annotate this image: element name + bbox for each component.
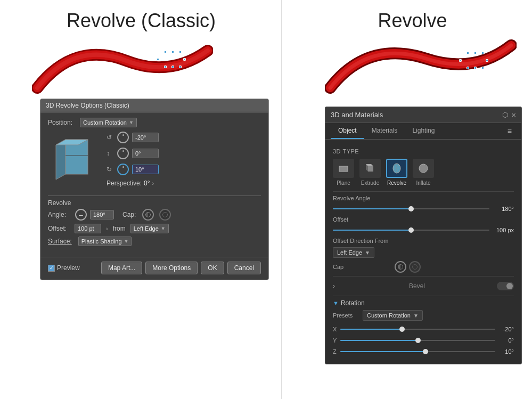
z-axis-row: ↻ 10° (107, 164, 261, 175)
preview-checkbox-label: ✓ Preview (48, 264, 80, 272)
cancel-button[interactable]: Cancel (227, 262, 261, 274)
from-dropdown[interactable]: Left Edge ▼ (130, 224, 169, 233)
x-axis-icon: ↺ (107, 134, 115, 141)
y-axis-icon: ↕ (107, 150, 115, 157)
y-dial-dot (122, 150, 124, 152)
classic-dialog: 3D Revolve Options (Classic) Position: C… (40, 99, 269, 280)
left-shape-svg (32, 35, 213, 104)
rotation-label: Rotation (341, 299, 365, 307)
extrude-icon-box (359, 159, 381, 178)
angle-cap-row: Angle: – 180° Cap: (48, 209, 261, 221)
surface-label: Surface: (48, 238, 72, 245)
revolve-svg (390, 162, 403, 175)
revolve-angle-slider[interactable] (333, 205, 489, 213)
revolve-angle-fill (333, 208, 411, 209)
y-dial[interactable] (117, 148, 129, 159)
x-slider[interactable] (340, 325, 495, 333)
map-art-button[interactable]: Map Art... (101, 262, 142, 274)
offset-direction-dropdown-row: Left Edge ▼ (333, 247, 514, 258)
y-track (340, 340, 495, 341)
bevel-label[interactable]: Bevel (409, 282, 425, 290)
close-button[interactable]: × (511, 110, 516, 119)
r-handle-bottom (474, 67, 477, 69)
rotation-header[interactable]: ▼ Rotation (333, 299, 514, 307)
r-handle-bottom-left (466, 67, 469, 69)
offset-value: 100 px (493, 227, 514, 233)
preview-checkbox[interactable]: ✓ (48, 265, 55, 272)
tab-lighting[interactable]: Lighting (405, 123, 442, 139)
revolve-angle-track (333, 208, 489, 209)
offset-thumb[interactable] (408, 227, 414, 233)
handle-bottom-left (164, 66, 167, 68)
ok-button[interactable]: OK (201, 262, 224, 274)
x-letter: X (333, 326, 340, 332)
z-slider[interactable] (340, 347, 495, 356)
right-title: Revolve (293, 10, 532, 32)
y-letter: Y (333, 337, 340, 344)
plane-svg (337, 162, 350, 175)
rotation-chevron: ▼ (333, 300, 339, 306)
position-row: Position: Custom Rotation ▼ (48, 118, 261, 127)
offset-slider[interactable] (333, 226, 489, 234)
y-fill (340, 340, 418, 341)
handle-top (164, 51, 167, 53)
angle-value[interactable]: 180° (90, 210, 114, 219)
x-fill (340, 329, 402, 330)
dialog-title: 3D Revolve Options (Classic) (46, 102, 129, 109)
rotation-section: ▼ Rotation Presets Custom Rotation ▼ X (333, 299, 514, 356)
type-extrude[interactable]: Extrude (359, 159, 381, 186)
offset-fill (333, 230, 411, 231)
tab-materials[interactable]: Materials (364, 123, 405, 139)
revolve-angle-thumb[interactable] (408, 206, 414, 211)
z-value[interactable]: 10° (132, 165, 159, 174)
x-dial-dot (122, 134, 124, 136)
z-rotation-row: Z 10° (333, 347, 514, 356)
surface-row: Surface: Plastic Shading ▼ (48, 237, 261, 246)
perspective-row: Perspective: 0° › (107, 180, 261, 187)
position-value: Custom Rotation (83, 119, 127, 126)
y-thumb[interactable] (415, 338, 421, 343)
type-section-label: 3D Type (333, 148, 514, 154)
bevel-toggle[interactable] (497, 282, 514, 290)
extrude-label: Extrude (361, 180, 379, 186)
panel-tab-menu[interactable]: ≡ (503, 123, 516, 139)
surface-dropdown[interactable]: Plastic Shading ▼ (78, 237, 132, 246)
cap-panel-icon-2 (412, 264, 418, 270)
z-thumb[interactable] (423, 349, 428, 354)
presets-dropdown[interactable]: Custom Rotation ▼ (363, 310, 423, 321)
dropdown-arrow: ▼ (129, 120, 134, 125)
type-revolve[interactable]: Revolve (386, 159, 407, 186)
handle-bottom-right (179, 66, 182, 68)
cap-toggle-1[interactable] (142, 209, 154, 221)
angle-dial[interactable]: – (75, 209, 87, 221)
offset-slider-row: 100 px (333, 226, 514, 234)
divider (281, 0, 282, 399)
x-dial[interactable] (117, 132, 129, 143)
svg-marker-0 (56, 140, 66, 180)
revolve-angle-slider-row: 180° (333, 205, 514, 213)
type-plane[interactable]: Plane (333, 159, 354, 186)
position-dropdown[interactable]: Custom Rotation ▼ (80, 118, 137, 127)
cap-toggle-panel-2[interactable] (409, 261, 421, 273)
type-inflate[interactable]: Inflate (413, 159, 434, 186)
offset-value[interactable]: 100 pt (75, 224, 101, 233)
cap-icon-2 (162, 212, 168, 217)
panel-content: 3D Type Plane (325, 140, 521, 364)
tab-object[interactable]: Object (331, 123, 364, 139)
cap-panel-icon-1 (398, 264, 403, 270)
revolve-label: Revolve (387, 180, 406, 186)
inflate-label: Inflate (416, 180, 430, 186)
cap-toggle-panel-1[interactable] (395, 261, 406, 273)
offset-direction-arrow: ▼ (365, 250, 370, 256)
offset-direction-value: Left Edge (337, 249, 362, 256)
position-label: Position: (48, 119, 80, 126)
x-thumb[interactable] (399, 327, 405, 332)
y-slider[interactable] (340, 336, 495, 345)
offset-direction-dropdown[interactable]: Left Edge ▼ (333, 247, 374, 258)
cap-toggle-2[interactable] (159, 209, 171, 221)
y-value[interactable]: 0° (132, 149, 159, 158)
z-dial[interactable] (117, 164, 129, 175)
x-value[interactable]: -20° (132, 133, 159, 142)
resize-icon[interactable]: ⬡ (502, 111, 508, 119)
more-options-button[interactable]: More Options (145, 262, 198, 274)
